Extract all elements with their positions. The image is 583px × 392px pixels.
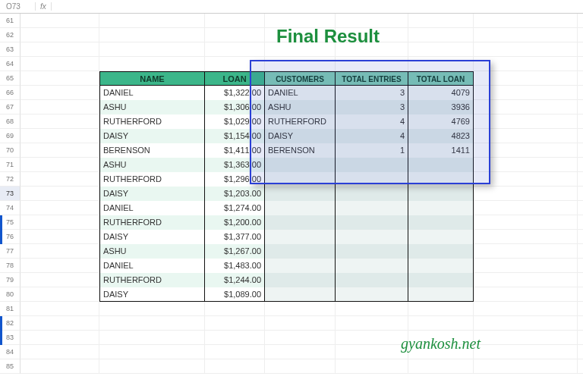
customers-cell[interactable]: ASHU: [265, 100, 336, 114]
row-header[interactable]: 62: [0, 28, 20, 42]
entries-cell[interactable]: [336, 230, 408, 244]
row-header[interactable]: 72: [0, 172, 20, 187]
row-header[interactable]: 83: [0, 331, 20, 345]
loan-cell[interactable]: $1,377.00: [205, 230, 265, 244]
entries-cell[interactable]: 1: [336, 143, 408, 158]
name-cell[interactable]: DAISY: [99, 187, 205, 201]
loan-cell[interactable]: $1,203.00: [205, 187, 265, 201]
row-header[interactable]: 74: [0, 201, 20, 215]
entries-cell[interactable]: [336, 287, 408, 302]
loan-cell[interactable]: $1,029.00: [205, 114, 265, 129]
total-loan-cell[interactable]: 1411: [408, 143, 474, 158]
customers-cell[interactable]: [265, 172, 336, 187]
customers-cell[interactable]: [265, 287, 336, 302]
customers-cell[interactable]: [265, 273, 336, 287]
entries-cell[interactable]: [336, 244, 408, 259]
entries-cell[interactable]: 3: [336, 86, 408, 100]
loan-cell[interactable]: $1,411.00: [205, 143, 265, 158]
total-loan-cell[interactable]: [408, 215, 474, 230]
total-loan-cell[interactable]: [408, 158, 474, 172]
customers-cell[interactable]: BERENSON: [265, 143, 336, 158]
row-header[interactable]: 82: [0, 316, 20, 331]
row-header[interactable]: 65: [0, 71, 20, 86]
row-header[interactable]: 69: [0, 129, 20, 143]
loan-cell[interactable]: $1,267.00: [205, 244, 265, 259]
name-cell[interactable]: ASHU: [99, 244, 205, 259]
loan-cell[interactable]: $1,363.00: [205, 158, 265, 172]
row-header[interactable]: 77: [0, 244, 20, 259]
customers-cell[interactable]: [265, 259, 336, 273]
loan-cell[interactable]: $1,296.00: [205, 172, 265, 187]
entries-cell[interactable]: [336, 273, 408, 287]
total-loan-cell[interactable]: [408, 187, 474, 201]
spreadsheet-grid[interactable]: 6162636465666768697071727374757677787980…: [0, 14, 583, 374]
total-loan-cell[interactable]: [408, 172, 474, 187]
total-loan-cell[interactable]: 4769: [408, 114, 474, 129]
entries-cell[interactable]: [336, 187, 408, 201]
entries-cell[interactable]: 4: [336, 114, 408, 129]
total-loan-cell[interactable]: [408, 230, 474, 244]
entries-cell[interactable]: [336, 259, 408, 273]
name-cell[interactable]: DAISY: [99, 230, 205, 244]
name-cell[interactable]: DANIEL: [99, 259, 205, 273]
entries-cell[interactable]: [336, 158, 408, 172]
total-loan-cell[interactable]: [408, 244, 474, 259]
loan-cell[interactable]: $1,274.00: [205, 201, 265, 215]
loan-cell[interactable]: $1,306.00: [205, 100, 265, 114]
total-loan-cell[interactable]: [408, 201, 474, 215]
name-box[interactable]: O73: [2, 2, 35, 11]
entries-cell[interactable]: [336, 215, 408, 230]
row-header[interactable]: 63: [0, 42, 20, 57]
name-cell[interactable]: RUTHERFORD: [99, 273, 205, 287]
row-header[interactable]: 80: [0, 287, 20, 302]
row-header[interactable]: 75: [0, 215, 20, 230]
row-header[interactable]: 73: [0, 187, 20, 201]
row-header[interactable]: 76: [0, 230, 20, 244]
loan-cell[interactable]: $1,322.00: [205, 86, 265, 100]
customers-cell[interactable]: [265, 244, 336, 259]
entries-cell[interactable]: [336, 172, 408, 187]
name-cell[interactable]: BERENSON: [99, 143, 205, 158]
row-header[interactable]: 67: [0, 100, 20, 114]
row-header[interactable]: 81: [0, 302, 20, 316]
customers-cell[interactable]: RUTHERFORD: [265, 114, 336, 129]
row-header[interactable]: 64: [0, 57, 20, 71]
name-cell[interactable]: RUTHERFORD: [99, 172, 205, 187]
customers-cell[interactable]: [265, 215, 336, 230]
customers-cell[interactable]: DANIEL: [265, 86, 336, 100]
name-cell[interactable]: DANIEL: [99, 201, 205, 215]
total-loan-cell[interactable]: 4079: [408, 86, 474, 100]
customers-cell[interactable]: [265, 187, 336, 201]
customers-cell[interactable]: [265, 230, 336, 244]
customers-cell[interactable]: DAISY: [265, 129, 336, 143]
total-loan-cell[interactable]: [408, 287, 474, 302]
customers-cell[interactable]: [265, 201, 336, 215]
loan-cell[interactable]: $1,200.00: [205, 215, 265, 230]
entries-cell[interactable]: [336, 201, 408, 215]
loan-cell[interactable]: $1,483.00: [205, 259, 265, 273]
row-header[interactable]: 66: [0, 86, 20, 100]
entries-cell[interactable]: 4: [336, 129, 408, 143]
row-header[interactable]: 84: [0, 345, 20, 359]
row-header[interactable]: 68: [0, 114, 20, 129]
row-header[interactable]: 61: [0, 14, 20, 28]
row-header[interactable]: 71: [0, 158, 20, 172]
loan-cell[interactable]: $1,244.00: [205, 273, 265, 287]
total-loan-cell[interactable]: [408, 273, 474, 287]
name-cell[interactable]: RUTHERFORD: [99, 215, 205, 230]
row-header[interactable]: 79: [0, 273, 20, 287]
entries-cell[interactable]: 3: [336, 100, 408, 114]
customers-cell[interactable]: [265, 158, 336, 172]
loan-cell[interactable]: $1,089.00: [205, 287, 265, 302]
name-cell[interactable]: RUTHERFORD: [99, 114, 205, 129]
row-header[interactable]: 78: [0, 259, 20, 273]
row-header[interactable]: 85: [0, 359, 20, 374]
total-loan-cell[interactable]: [408, 259, 474, 273]
name-cell[interactable]: DAISY: [99, 129, 205, 143]
name-cell[interactable]: DANIEL: [99, 86, 205, 100]
row-header[interactable]: 70: [0, 143, 20, 158]
name-cell[interactable]: ASHU: [99, 158, 205, 172]
name-cell[interactable]: ASHU: [99, 100, 205, 114]
sheet-area[interactable]: NAMELOANCUSTOMERSTOTAL ENTRIESTOTAL LOAN…: [20, 14, 583, 374]
loan-cell[interactable]: $1,154.00: [205, 129, 265, 143]
